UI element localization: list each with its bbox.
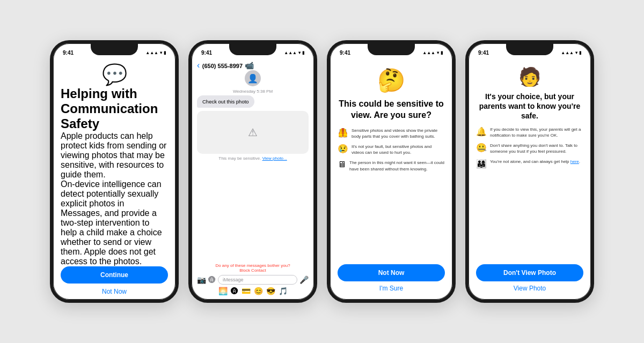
info-item-3: 🖥 The person in this might not want it s… xyxy=(338,160,445,172)
phone-4: 9:41 ▲▲▲ ▾ ▮ 🧑 It's your choice, but you… xyxy=(465,40,594,303)
imessage-input[interactable]: iMessage xyxy=(218,275,297,285)
message-date: Wednesday 5:38 PM xyxy=(197,89,309,94)
contact-avatar: 👤 xyxy=(197,70,309,86)
time-4: 9:41 xyxy=(478,50,489,56)
phone4-title: It's your choice, but your parents want … xyxy=(476,92,583,121)
family-icon: 👨‍👩‍👧 xyxy=(476,159,487,169)
battery-icon-3: ▮ xyxy=(441,50,443,55)
im-sure-button[interactable]: I'm Sure xyxy=(338,285,445,292)
bathing-suit-icon: 🦺 xyxy=(338,128,348,138)
block-contact-link[interactable]: Block Contact xyxy=(239,268,266,273)
wifi-icon-2: ▾ xyxy=(298,50,301,55)
notification-icon: 🔔 xyxy=(476,126,487,137)
phone3-title: This could be sensitive to view. Are you… xyxy=(338,99,445,121)
info-item-2: 😢 It's not your fault, but sensitive pho… xyxy=(338,144,445,155)
status-icons-3: ▲▲▲ ▾ ▮ xyxy=(422,50,443,55)
camera-icon[interactable]: 📷 xyxy=(197,275,206,284)
battery-icon-4: ▮ xyxy=(579,50,581,55)
phone-1: 9:41 ▲▲▲ ▾ ▮ 💬 Helping with Communicatio… xyxy=(50,40,179,303)
back-button[interactable]: ‹ xyxy=(197,61,200,70)
info-text-6: You're not alone, and can always get hel… xyxy=(490,159,580,165)
signal-icon-3: ▲▲▲ xyxy=(422,50,435,55)
sad-face-icon: 😢 xyxy=(338,144,348,154)
status-icons-2: ▲▲▲ ▾ ▮ xyxy=(284,50,304,55)
block-contact-area: Do any of these messages bother you? Blo… xyxy=(197,263,309,273)
battery-icon: ▮ xyxy=(164,50,166,55)
info-item-4: 🔔 If you decide to view this, your paren… xyxy=(476,126,583,138)
contact-name: (650) 555-8997 xyxy=(202,63,243,69)
status-bar-3: 9:41 ▲▲▲ ▾ ▮ xyxy=(330,43,452,58)
help-link[interactable]: here xyxy=(570,159,579,164)
phone1-desc1: Apple products can help protect kids fro… xyxy=(61,131,168,180)
info-item-6: 👨‍👩‍👧 You're not alone, and can always g… xyxy=(476,159,583,169)
dont-view-photo-button[interactable]: Don't View Photo xyxy=(476,264,583,281)
status-icons-1: ▲▲▲ ▾ ▮ xyxy=(145,50,166,55)
communication-safety-icon: 💬 xyxy=(61,63,168,86)
thinking-emoji: 🤔 xyxy=(338,67,445,93)
info-text-2: It's not your fault, but sensitive photo… xyxy=(352,144,445,155)
phone4-content: 🧑 It's your choice, but your parents wan… xyxy=(469,58,591,300)
view-photo-link[interactable]: View photo... xyxy=(262,156,287,161)
sensitive-label: This may be sensitive. View photo... xyxy=(197,156,309,161)
audio-icon[interactable]: 🎤 xyxy=(299,275,309,284)
appstore-icon[interactable]: 🅐 xyxy=(208,275,216,284)
music-icon[interactable]: 🎵 xyxy=(279,287,288,295)
emoji-app-icon[interactable]: 😊 xyxy=(254,287,263,295)
app-bar: 🌅 🅐 💳 😊 😎 🎵 xyxy=(197,287,309,295)
video-call-icon[interactable]: 📹 xyxy=(245,61,254,70)
info-text-5: Don't share anything you don't want to. … xyxy=(490,143,583,154)
info-item-5: 🤐 Don't share anything you don't want to… xyxy=(476,143,583,154)
phone3-content: 🤔 This could be sensitive to view. Are y… xyxy=(330,58,452,300)
quiet-icon: 🤐 xyxy=(476,143,487,153)
info-text-3: The person in this might not want it see… xyxy=(349,160,445,172)
memoji-icon[interactable]: 😎 xyxy=(266,287,275,295)
status-icons-4: ▲▲▲ ▾ ▮ xyxy=(561,50,581,55)
warning-icon: ⚠ xyxy=(248,126,258,139)
time-2: 9:41 xyxy=(201,50,212,56)
info-text-1: Sensitive photos and videos show the pri… xyxy=(352,128,445,139)
wifi-icon-4: ▾ xyxy=(575,50,577,55)
imessage-bar: 📷 🅐 iMessage 🎤 xyxy=(197,275,309,285)
status-bar-4: 9:41 ▲▲▲ ▾ ▮ xyxy=(469,43,591,58)
signal-icon-2: ▲▲▲ xyxy=(284,50,297,55)
incoming-message-bubble: Check out this photo xyxy=(197,95,254,108)
status-bar-1: 9:41 ▲▲▲ ▾ ▮ xyxy=(53,43,175,58)
battery-icon-2: ▮ xyxy=(302,50,304,55)
info-text-4: If you decide to view this, your parents… xyxy=(490,126,583,138)
wifi-icon: ▾ xyxy=(160,50,162,55)
child-emoji: 🧑 xyxy=(476,66,583,87)
phone1-desc2: On-device intelligence can detect potent… xyxy=(61,180,168,266)
not-now-button-1[interactable]: Not Now xyxy=(61,288,168,295)
message-content: Wednesday 5:38 PM Check out this photo ⚠… xyxy=(197,87,309,295)
time-1: 9:41 xyxy=(63,50,74,56)
applepay-icon[interactable]: 💳 xyxy=(241,287,251,295)
phone-3: 9:41 ▲▲▲ ▾ ▮ 🤔 This could be sensitive t… xyxy=(327,40,456,303)
info-list-4: 🔔 If you decide to view this, your paren… xyxy=(476,126,583,169)
time-3: 9:41 xyxy=(340,50,350,56)
photos-app-icon[interactable]: 🌅 xyxy=(218,287,228,295)
phone-2: 9:41 ▲▲▲ ▾ ▮ ‹ (650) 555-8997 📹 👤 Wednes… xyxy=(188,40,317,303)
wifi-icon-3: ▾ xyxy=(437,50,439,55)
info-list-3: 🦺 Sensitive photos and videos show the p… xyxy=(338,128,445,172)
avatar-icon: 👤 xyxy=(245,70,261,86)
continue-button[interactable]: Continue xyxy=(61,266,168,284)
app-icon-area: 💬 xyxy=(61,63,168,86)
appstore-app-icon[interactable]: 🅐 xyxy=(231,287,238,295)
phone2-content: ‹ (650) 555-8997 📹 👤 Wednesday 5:38 PM C… xyxy=(192,58,314,300)
view-photo-button[interactable]: View Photo xyxy=(476,285,583,292)
sensitive-image-placeholder: ⚠ xyxy=(197,111,309,154)
info-item-1: 🦺 Sensitive photos and videos show the p… xyxy=(338,128,445,139)
signal-icon: ▲▲▲ xyxy=(145,50,158,55)
message-header: ‹ (650) 555-8997 📹 xyxy=(197,61,309,70)
phone1-title: Helping with Communication Safety xyxy=(61,86,168,131)
not-now-button-3[interactable]: Not Now xyxy=(338,264,445,281)
phone1-content: 💬 Helping with Communication Safety Appl… xyxy=(53,58,175,300)
status-bar-2: 9:41 ▲▲▲ ▾ ▮ xyxy=(192,43,314,58)
screen-icon: 🖥 xyxy=(338,160,346,169)
signal-icon-4: ▲▲▲ xyxy=(561,50,574,55)
